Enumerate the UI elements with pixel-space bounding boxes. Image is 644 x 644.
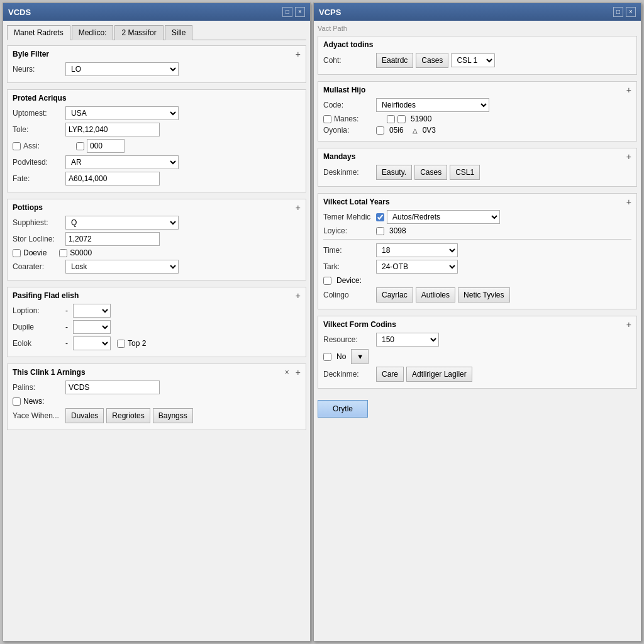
loyice-checkbox[interactable] [376,227,384,235]
no-filter-btn[interactable]: ▼ [351,349,369,364]
no-checkbox[interactable] [323,353,331,361]
vilkect-form-add-icon[interactable]: + [626,320,631,329]
tole-input[interactable] [65,123,160,136]
this-clink-add-icon[interactable]: + [296,368,301,377]
loption-dash: - [65,306,68,315]
dupile-dash: - [65,323,68,331]
oyonia-checkbox[interactable] [376,126,384,135]
assi-row: Assi: [13,139,301,153]
mandays-csl1-btn[interactable]: CSL1 [450,165,480,180]
loption-label: Loption: [13,306,63,315]
eolok-row: Eolok - Top 2 [13,336,301,350]
mullast-hijo-add-icon[interactable]: + [626,86,631,94]
uptomest-row: Uptomest: USA [13,106,301,120]
pottiops-add-icon[interactable]: + [296,203,301,212]
dupile-select[interactable] [73,320,111,334]
vilkect-form-section: Vilkect Form Codins + Resource: 150 No ▼… [318,316,637,389]
deckinme-label: Deckinme: [323,370,374,379]
byle-filter-add-icon[interactable]: + [296,50,301,58]
news-checkbox[interactable] [13,397,21,406]
tark-select[interactable]: 24-OTB [376,260,458,274]
cayrlac-btn[interactable]: Cayrlac [376,287,413,303]
assi-input[interactable] [87,139,125,153]
vcds-minimize-btn[interactable]: □ [282,7,292,17]
easuty-btn[interactable]: Easuty. [376,165,412,180]
s0000-label: S0000 [70,248,92,257]
manes-label: Manes: [334,114,384,123]
cases-btn1[interactable]: Cases [416,53,448,68]
proted-acriqus-header: Proted Acriqus [13,94,301,103]
vcds-content: Manet Radrets Medlico: 2 Massifor Sille … [3,21,310,641]
assi-checkbox2[interactable] [76,142,84,150]
stor-locline-input[interactable] [65,232,160,246]
adtliriger-lagiler-btn[interactable]: Adtliriger Lagiler [406,367,472,382]
no-row: No ▼ [323,349,631,364]
proted-acriqus-section: Proted Acriqus Uptomest: USA Tole: Assi:… [7,89,306,192]
care-btn[interactable]: Care [376,367,404,382]
time-row: Time: 18 [323,243,631,257]
pasifing-add-icon[interactable]: + [296,291,301,300]
code-row: Code: Neirfiodes [323,98,631,112]
tab-2-massifor[interactable]: 2 Massifor [114,25,163,40]
palins-input[interactable] [65,380,160,394]
manes-checkbox[interactable] [323,115,331,123]
this-clink-title: This Clink 1 Arnings [13,368,86,377]
code-select[interactable]: Neirfiodes [376,98,489,112]
tab-sille[interactable]: Sille [165,25,193,40]
tab-manet-radrets[interactable]: Manet Radrets [7,25,70,40]
mullast-hijo-section: Mullast Hijo + Code: Neirfiodes Manes: 5… [318,81,637,142]
vcps-subtitle: Vact Path [318,25,637,32]
time-select[interactable]: 18 [376,243,458,257]
no-label: No [336,352,346,361]
device-checkbox[interactable] [323,277,331,285]
eaatrdc-btn[interactable]: Eaatrdc [376,53,413,68]
orytle-container: Orytle [318,395,637,420]
vilkect-lotal-add-icon[interactable]: + [626,197,631,206]
doevie-checkbox[interactable] [13,249,21,257]
mandays-cases-btn[interactable]: Cases [414,165,447,180]
vcds-tabs: Manet Radrets Medlico: 2 Massifor Sille [7,25,306,40]
news-row: News: [13,397,301,406]
podvitesd-label: Podvitesd: [13,158,63,167]
device-label: Device: [336,276,362,285]
fate-input[interactable] [65,172,160,186]
vcps-minimize-btn[interactable]: □ [613,7,623,17]
coarater-select[interactable]: Losk [65,260,179,274]
orytle-btn[interactable]: Orytle [318,400,368,418]
uptomest-select[interactable]: USA [65,106,179,120]
this-clink-remove-icon[interactable]: × [285,368,289,377]
mandays-add-icon[interactable]: + [626,152,631,161]
temer-mehdic-checkbox[interactable] [376,213,384,221]
vcds-close-btn[interactable]: × [295,7,305,17]
this-clink-header-btns: × + [285,368,301,377]
manes-checkbox3[interactable] [397,115,406,123]
mandays-title: Mandays [323,152,355,161]
colingo-label: Colingo [323,291,374,299]
manes-checkbox2[interactable] [387,115,395,123]
vilkect-form-header: Vilkect Form Codins + [323,320,631,329]
loption-select[interactable] [73,304,111,318]
vcps-window: VCPS □ × Vact Path Adyact todins Coht: E… [313,3,641,641]
csl1-select[interactable]: CSL 1 [451,53,495,67]
resource-select[interactable]: 150 [376,333,439,347]
bayngss-btn[interactable]: Bayngss [153,408,193,423]
doevie-label: Doevie [23,248,47,257]
vcps-close-btn[interactable]: × [626,7,636,17]
temer-mehdic-row: Temer Mehdic Autos/Redrets [323,210,631,224]
eolok-select[interactable] [73,336,111,350]
regriotes-btn[interactable]: Regriotes [106,408,150,423]
eolok-checkbox[interactable] [117,340,125,348]
fate-row: Fate: [13,172,301,186]
supphiest-select[interactable]: Q [65,216,179,230]
podvitesd-select[interactable]: AR [65,155,179,169]
assi-checkbox[interactable] [13,142,21,150]
deskinme-label: Deskinme: [323,168,374,177]
tab-medlico[interactable]: Medlico: [72,25,114,40]
autlioles-btn[interactable]: Autlioles [416,287,455,303]
neurs-select[interactable]: LO [65,62,179,76]
temer-mehdic-select[interactable]: Autos/Redrets [387,210,500,224]
s0000-checkbox[interactable] [59,249,67,257]
time-label: Time: [323,246,374,255]
netic-tyvles-btn[interactable]: Netic Tyvles [458,287,509,303]
duvales-btn[interactable]: Duvales [65,408,104,423]
